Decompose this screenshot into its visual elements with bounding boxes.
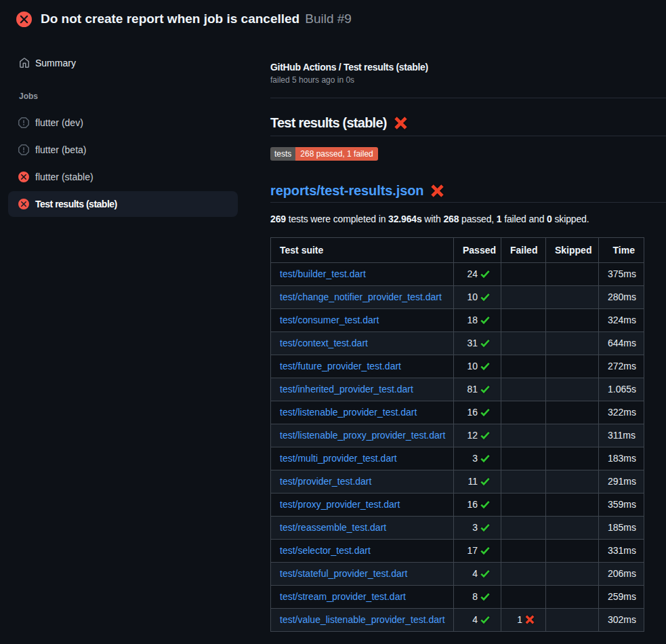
run-title: Do not create report when job is cancell… [41, 12, 352, 26]
col-header-failed: Failed [501, 238, 546, 263]
col-header-skipped: Skipped [546, 238, 599, 263]
tests-summary: 269 tests were completed in 32.964s with… [270, 212, 666, 226]
cell-suite: test/stateful_provider_test.dart [271, 563, 454, 586]
suite-link[interactable]: test/stream_provider_test.dart [280, 591, 406, 602]
cell-suite: test/change_notifier_provider_test.dart [271, 286, 454, 309]
suite-link[interactable]: test/consumer_test.dart [280, 315, 379, 325]
cell-passed: 11 [454, 470, 501, 494]
cell-skipped [546, 470, 599, 494]
report-link[interactable]: reports/test-results.json [270, 182, 423, 199]
col-header-time: Time [599, 238, 644, 263]
sidebar-job-3[interactable]: flutter (stable) [8, 164, 238, 190]
table-row: test/future_provider_test.dart10272ms [271, 355, 644, 378]
tests-badge: tests 268 passed, 1 failed [270, 147, 378, 161]
sidebar-job-1[interactable]: flutter (dev) [8, 110, 238, 136]
cell-suite: test/selector_test.dart [271, 540, 454, 563]
sidebar-item-summary[interactable]: Summary [8, 52, 238, 74]
suite-link[interactable]: test/stateful_provider_test.dart [280, 568, 407, 579]
summary-segment: 268 [443, 214, 459, 224]
cell-skipped [546, 378, 599, 401]
home-icon [19, 58, 30, 68]
sidebar: Summary Jobs flutter (dev)flutter (beta)… [0, 38, 270, 217]
suite-link[interactable]: test/builder_test.dart [280, 268, 366, 279]
cell-suite: test/listenable_proxy_provider_test.dart [271, 424, 454, 447]
table-row: test/consumer_test.dart18324ms [271, 309, 644, 332]
main-content: GitHub Actions / Test results (stable) f… [270, 38, 666, 632]
cell-failed [501, 263, 546, 286]
sidebar-summary-label: Summary [35, 58, 76, 68]
cell-passed: 16 [454, 401, 501, 424]
sidebar-jobs-label: Jobs [8, 88, 270, 104]
summary-segment: 0 [547, 214, 552, 224]
cell-passed: 10 [454, 355, 501, 378]
cell-failed: 1 [501, 609, 546, 632]
cell-passed: 81 [454, 378, 501, 401]
summary-segment: with [422, 214, 444, 224]
suite-link[interactable]: test/context_test.dart [280, 338, 368, 348]
table-row: test/selector_test.dart17331ms [271, 540, 644, 563]
table-row: test/listenable_proxy_provider_test.dart… [271, 424, 644, 447]
cell-time: 185ms [599, 517, 644, 540]
cell-time: 359ms [599, 494, 644, 517]
cell-passed: 4 [454, 609, 501, 632]
suite-link[interactable]: test/listenable_provider_test.dart [280, 407, 417, 418]
cell-passed: 16 [454, 494, 501, 517]
cell-failed [501, 332, 546, 355]
table-row: test/multi_provider_test.dart3183ms [271, 447, 644, 470]
cell-skipped [546, 540, 599, 563]
cell-suite: test/proxy_provider_test.dart [271, 494, 454, 517]
cell-suite: test/context_test.dart [271, 332, 454, 355]
check-mark-icon [480, 315, 491, 325]
cell-suite: test/multi_provider_test.dart [271, 447, 454, 470]
run-failed-icon [16, 12, 32, 27]
badge-value: 268 passed, 1 failed [295, 147, 377, 161]
cancelled-icon [18, 144, 29, 155]
cell-skipped [546, 401, 599, 424]
cell-failed [501, 401, 546, 424]
check-mark-icon [480, 545, 491, 556]
suite-link[interactable]: test/change_notifier_provider_test.dart [280, 291, 442, 302]
failed-icon [18, 172, 29, 182]
badge-label: tests [270, 147, 295, 161]
suite-link[interactable]: test/provider_test.dart [280, 476, 371, 487]
cross-mark-icon [394, 116, 408, 130]
check-mark-icon [480, 476, 491, 487]
cell-failed [501, 540, 546, 563]
cell-time: 375ms [599, 263, 644, 286]
cell-failed [501, 286, 546, 309]
suite-link[interactable]: test/multi_provider_test.dart [280, 453, 397, 464]
cell-passed: 24 [454, 263, 501, 286]
cell-passed: 12 [454, 424, 501, 447]
summary-segment: 32.964s [388, 214, 422, 224]
cross-mark-icon [430, 184, 444, 198]
suite-link[interactable]: test/value_listenable_provider_test.dart [280, 614, 445, 625]
cell-passed: 17 [454, 540, 501, 563]
suite-link[interactable]: test/selector_test.dart [280, 545, 371, 556]
col-header-test-suite: Test suite [271, 238, 454, 263]
cell-failed [501, 470, 546, 494]
suite-link[interactable]: test/future_provider_test.dart [280, 361, 401, 371]
table-row: test/stateful_provider_test.dart4206ms [271, 563, 644, 586]
sidebar-job-4[interactable]: Test results (stable) [8, 191, 238, 217]
suite-link[interactable]: test/listenable_proxy_provider_test.dart [280, 430, 445, 441]
cell-suite: test/stream_provider_test.dart [271, 586, 454, 609]
sidebar-job-2[interactable]: flutter (beta) [8, 137, 238, 163]
suite-link[interactable]: test/inherited_provider_test.dart [280, 384, 413, 395]
suite-link[interactable]: test/reassemble_test.dart [280, 522, 386, 533]
cell-passed: 3 [454, 447, 501, 470]
table-row: test/provider_test.dart11291ms [271, 470, 644, 494]
cell-time: 324ms [599, 309, 644, 332]
suite-link[interactable]: test/proxy_provider_test.dart [280, 499, 400, 510]
report-heading: reports/test-results.json [270, 182, 666, 203]
cell-time: 331ms [599, 540, 644, 563]
check-mark-icon [480, 614, 491, 625]
cell-passed: 31 [454, 332, 501, 355]
check-breadcrumb: GitHub Actions / Test results (stable) [270, 60, 666, 74]
cell-time: 259ms [599, 586, 644, 609]
run-header: Do not create report when job is cancell… [0, 0, 666, 38]
cell-time: 322ms [599, 401, 644, 424]
cell-suite: test/value_listenable_provider_test.dart [271, 609, 454, 632]
cell-failed [501, 517, 546, 540]
check-mark-icon [480, 522, 491, 533]
summary-segment: skipped. [552, 214, 589, 224]
